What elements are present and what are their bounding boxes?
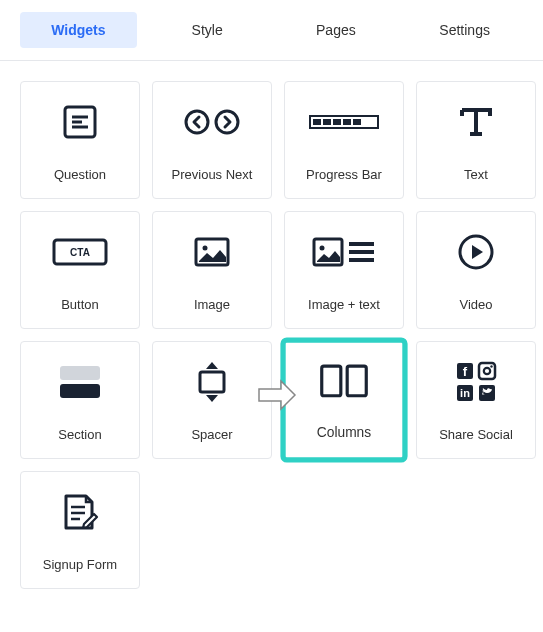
svg-point-5 [216,111,238,133]
previous-next-icon [182,90,242,153]
svg-rect-10 [343,119,351,125]
widget-label: Spacer [191,427,232,450]
widget-button[interactable]: CTA Button [20,211,140,329]
image-icon [194,220,230,283]
section-icon [56,350,104,413]
svg-point-15 [203,245,208,250]
signup-form-icon [58,480,102,543]
tab-pages[interactable]: Pages [278,12,395,48]
tabs-bar: Widgets Style Pages Settings [0,0,543,61]
svg-rect-26 [347,366,366,396]
widget-label: Text [464,167,488,190]
svg-rect-23 [60,384,100,398]
tab-style[interactable]: Style [149,12,266,48]
widget-label: Section [58,427,101,450]
widget-label: Video [459,297,492,320]
svg-point-17 [320,245,325,250]
svg-rect-25 [322,366,341,396]
widget-question[interactable]: Question [20,81,140,199]
svg-text:f: f [463,364,468,379]
widget-label: Previous Next [172,167,253,190]
svg-rect-24 [200,372,224,392]
widget-image[interactable]: Image [152,211,272,329]
svg-text:CTA: CTA [70,247,90,258]
svg-point-30 [484,367,490,373]
svg-rect-22 [60,366,100,380]
tab-settings[interactable]: Settings [406,12,523,48]
widget-label: Image + text [308,297,380,320]
svg-rect-8 [323,119,331,125]
columns-icon [318,351,371,409]
widget-label: Question [54,167,106,190]
tab-widgets[interactable]: Widgets [20,12,137,48]
widget-signup-form[interactable]: Signup Form [20,471,140,589]
widget-label: Progress Bar [306,167,382,190]
text-icon [456,90,496,153]
widget-progress-bar[interactable]: Progress Bar [284,81,404,199]
widget-label: Image [194,297,230,320]
widget-grid: Question Previous Next Progress Bar [0,61,543,609]
svg-rect-7 [313,119,321,125]
widget-section[interactable]: Section [20,341,140,459]
svg-rect-9 [333,119,341,125]
share-social-icon: f in [454,350,498,413]
widget-video[interactable]: Video [416,211,536,329]
widget-text[interactable]: Text [416,81,536,199]
image-text-icon [312,220,376,283]
widget-label: Signup Form [43,557,117,580]
svg-point-31 [490,365,492,367]
widget-previous-next[interactable]: Previous Next [152,81,272,199]
widget-label: Button [61,297,99,320]
svg-rect-11 [353,119,361,125]
video-icon [456,220,496,283]
svg-point-4 [186,111,208,133]
question-icon [60,90,100,153]
button-icon: CTA [52,220,108,283]
progress-bar-icon [309,90,379,153]
widget-columns[interactable]: Columns [280,337,407,462]
widget-share-social[interactable]: f in Share Social [416,341,536,459]
widget-image-text[interactable]: Image + text [284,211,404,329]
svg-text:in: in [460,387,470,399]
widget-label: Share Social [439,427,513,450]
svg-rect-29 [479,363,495,379]
widget-spacer[interactable]: Spacer [152,341,272,459]
widget-label: Columns [317,424,371,448]
spacer-icon [194,350,230,413]
